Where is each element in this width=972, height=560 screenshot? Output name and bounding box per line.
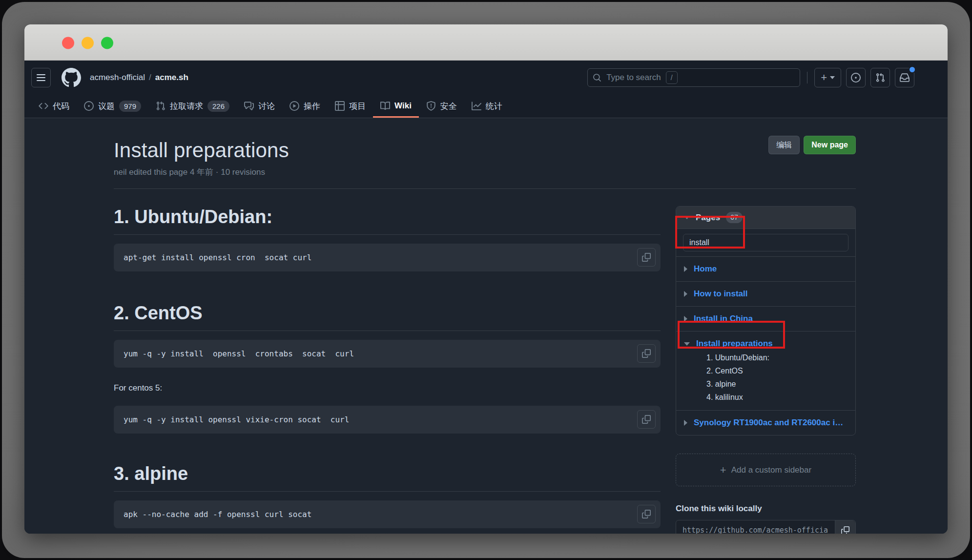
- tab-discussions[interactable]: 讨论: [237, 94, 282, 118]
- github-logo-icon[interactable]: [62, 68, 81, 87]
- sidebar-item-row[interactable]: Home: [684, 264, 848, 274]
- search-placeholder: Type to search: [606, 73, 661, 83]
- minimize-button[interactable]: [82, 37, 94, 49]
- chevron-right-icon: [684, 291, 687, 297]
- centos5-note: For centos 5:: [114, 383, 661, 393]
- subpage-ubuntu[interactable]: 1. Ubuntu/Debian:: [706, 353, 848, 362]
- sidebar-item-row[interactable]: Synology RT1900ac and RT2600ac ins…: [684, 418, 848, 428]
- wiki-sidebar: Pages 67 Home: [676, 189, 856, 534]
- subpage-alpine[interactable]: 3. alpine: [706, 380, 848, 389]
- tab-code[interactable]: 代码: [31, 94, 77, 118]
- search-icon: [593, 73, 601, 82]
- copy-button[interactable]: [637, 344, 656, 363]
- sidebar-item-row[interactable]: Install in China: [684, 314, 848, 324]
- tab-pull-requests[interactable]: 拉取请求 226: [148, 94, 237, 118]
- code-text: apt-get install openssl cron socat curl: [124, 253, 311, 262]
- tab-wiki[interactable]: Wiki: [373, 94, 419, 118]
- code-text: apk --no-cache add -f openssl curl socat: [124, 510, 311, 519]
- global-menu-button[interactable]: [31, 68, 51, 87]
- copy-icon: [841, 526, 849, 534]
- code-block-ubuntu: apt-get install openssl cron socat curl: [114, 244, 661, 271]
- pull-requests-dashboard-button[interactable]: [870, 68, 890, 87]
- chevron-right-icon: [684, 266, 687, 272]
- play-icon: [290, 101, 299, 111]
- chevron-down-icon: [684, 216, 690, 219]
- notifications-button[interactable]: [895, 68, 914, 87]
- code-text: yum -q -y install openssl crontabs socat…: [124, 349, 354, 358]
- wiki-page-header: Install preparations neil edited this pa…: [114, 139, 856, 189]
- chevron-down-icon: [830, 76, 835, 79]
- subpage-centos[interactable]: 2. CentOS: [706, 367, 848, 375]
- global-search-input[interactable]: Type to search /: [587, 68, 800, 87]
- section-heading-ubuntu: 1. Ubuntu/Debian:: [114, 207, 661, 235]
- clone-copy-button[interactable]: [835, 520, 855, 534]
- section-heading-alpine: 3. alpine: [114, 463, 661, 492]
- tab-label: 操作: [304, 101, 320, 112]
- code-block-centos5: yum -q -y install openssl vixie-cron soc…: [114, 406, 661, 434]
- edit-button[interactable]: 编辑: [768, 136, 800, 154]
- copy-button[interactable]: [637, 248, 656, 267]
- pages-filter: [676, 229, 855, 256]
- sidebar-item-install-in-china: Install in China: [676, 306, 855, 331]
- tab-issues[interactable]: 议题 979: [77, 94, 148, 118]
- create-new-button[interactable]: +: [814, 68, 841, 87]
- copy-icon: [642, 253, 651, 262]
- sidebar-item-home: Home: [676, 256, 855, 281]
- copy-icon: [642, 510, 651, 519]
- clone-wiki-heading: Clone this wiki locally: [676, 504, 856, 514]
- tab-label: 项目: [349, 101, 366, 112]
- sidebar-link-synology[interactable]: Synology RT1900ac and RT2600ac ins…: [694, 418, 848, 428]
- repo-nav: 代码 议题 979 拉取请求 226 讨论 操作 项目: [24, 94, 948, 118]
- table-icon: [335, 101, 345, 111]
- pages-box: Pages 67 Home: [676, 206, 856, 436]
- code-icon: [39, 101, 48, 111]
- sidebar-item-how-to-install: How to install: [676, 281, 855, 306]
- page-title: Install preparations: [114, 139, 856, 162]
- tab-actions[interactable]: 操作: [282, 94, 328, 118]
- code-text: yum -q -y install openssl vixie-cron soc…: [124, 415, 349, 424]
- graph-icon: [472, 101, 481, 111]
- section-heading-centos: 2. CentOS: [114, 303, 661, 331]
- breadcrumb-owner-link[interactable]: acmesh-official: [90, 73, 145, 83]
- plus-icon: +: [821, 71, 827, 84]
- wiki-content: 1. Ubuntu/Debian: apt-get install openss…: [114, 189, 661, 528]
- tab-label: 统计: [486, 101, 502, 112]
- add-custom-sidebar-button[interactable]: + Add a custom sidebar: [676, 454, 856, 486]
- chevron-down-icon: [684, 342, 690, 346]
- book-icon: [380, 101, 390, 111]
- sidebar-link-install-preparations[interactable]: Install preparations: [696, 339, 773, 349]
- sidebar-link-install-in-china[interactable]: Install in China: [694, 314, 753, 324]
- sidebar-item-install-preparations: Install preparations 1. Ubuntu/Debian: 2…: [676, 331, 855, 410]
- new-page-button[interactable]: New page: [804, 136, 856, 154]
- subpage-kalilinux[interactable]: 4. kalilinux: [706, 393, 848, 402]
- breadcrumb-separator: /: [149, 73, 151, 83]
- copy-button[interactable]: [637, 505, 656, 523]
- sidebar-item-row[interactable]: How to install: [684, 289, 848, 299]
- tab-projects[interactable]: 项目: [328, 94, 373, 118]
- sidebar-item-row[interactable]: Install preparations: [684, 339, 848, 349]
- plus-icon: +: [720, 465, 726, 476]
- sidebar-link-home[interactable]: Home: [694, 264, 717, 274]
- tab-label: Wiki: [394, 101, 412, 111]
- tab-security[interactable]: 安全: [419, 94, 464, 118]
- pages-filter-input[interactable]: [683, 234, 848, 251]
- tab-label: 讨论: [258, 101, 275, 112]
- tab-insights[interactable]: 统计: [464, 94, 510, 118]
- page-meta: neil edited this page 4 年前 · 10 revision…: [114, 166, 856, 178]
- code-block-centos: yum -q -y install openssl crontabs socat…: [114, 340, 661, 368]
- copy-button[interactable]: [637, 410, 656, 429]
- maximize-button[interactable]: [101, 37, 113, 49]
- window-titlebar: [24, 24, 948, 61]
- sidebar-link-how-to-install[interactable]: How to install: [694, 289, 748, 299]
- tab-label: 安全: [440, 101, 457, 112]
- issues-dashboard-button[interactable]: [846, 68, 866, 87]
- tab-label: 议题: [98, 101, 115, 112]
- chevron-right-icon: [684, 420, 687, 426]
- close-button[interactable]: [62, 37, 74, 49]
- pages-header[interactable]: Pages 67: [676, 207, 855, 229]
- git-pull-request-icon: [156, 101, 165, 111]
- clone-url-input[interactable]: [676, 520, 835, 534]
- breadcrumb-repo-link[interactable]: acme.sh: [155, 73, 188, 83]
- comment-discussion-icon: [244, 101, 254, 111]
- add-custom-sidebar-label: Add a custom sidebar: [731, 465, 811, 475]
